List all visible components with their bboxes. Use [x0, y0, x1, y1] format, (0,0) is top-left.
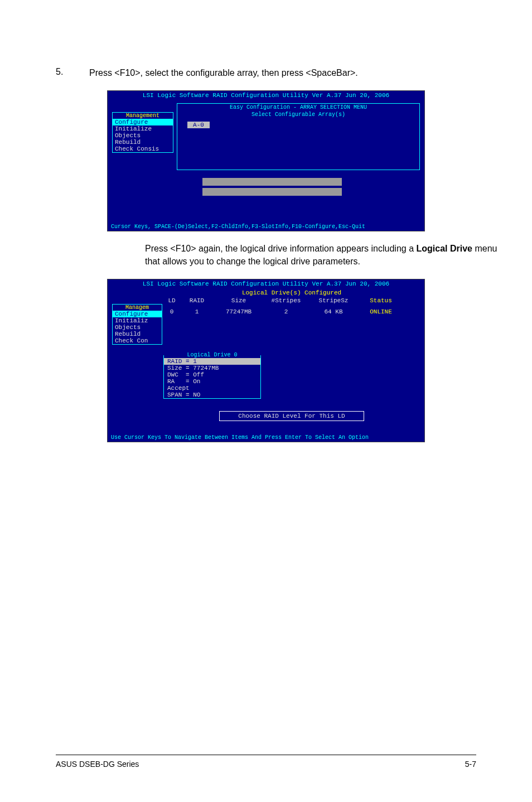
gray-bar — [202, 188, 342, 196]
prompt-message: Choose RAID Level For This LD — [219, 411, 364, 421]
gray-bar — [202, 178, 342, 186]
col-header-ld: LD — [163, 297, 180, 304]
ld-menu-title: Logical Drive 0 — [164, 352, 260, 358]
menu-item-initialize[interactable]: Initializ — [113, 317, 162, 324]
logical-drive-menu: Logical Drive 0 RAID = 1 Size = 77247MB … — [163, 355, 261, 399]
col-header-raid: RAID — [180, 297, 214, 304]
cell-ld: 0 — [163, 308, 180, 315]
array-selection-subtitle: Select Configurable Array(s) — [177, 111, 419, 118]
cell-stripesz: 64 KB — [308, 308, 359, 315]
step-number: 5. — [56, 67, 89, 79]
cell-stripes: 2 — [264, 308, 308, 315]
body-text-bold: Logical Drive — [417, 244, 472, 253]
screenshot-footer: Cursor Keys, SPACE-(De)Select,F2-ChldInf… — [108, 223, 424, 231]
management-menu: Managem Configure Initializ Objects Rebu… — [112, 304, 162, 345]
ld-param-raid[interactable]: RAID = 1 — [164, 358, 260, 365]
menu-item-check-consis[interactable]: Check Consis — [113, 146, 173, 152]
body-paragraph: Press <F10> again, the logical drive inf… — [145, 243, 502, 268]
ld-param-ra[interactable]: RA = On — [164, 378, 260, 385]
gray-bars — [202, 178, 342, 198]
screenshot-array-selection: LSI Logic Software RAID Configuration Ut… — [107, 90, 425, 231]
array-selection-title: Easy Configuration - ARRAY SELECTION MEN… — [177, 104, 419, 111]
raid-util-titlebar: LSI Logic Software RAID Configuration Ut… — [108, 91, 424, 100]
raid-util-titlebar: LSI Logic Software RAID Configuration Ut… — [108, 279, 424, 288]
menu-item-check-con[interactable]: Check Con — [113, 337, 162, 344]
body-text-part1: Press <F10> again, the logical drive inf… — [145, 244, 417, 253]
col-header-stripes: #Stripes — [264, 297, 308, 304]
menu-item-rebuild[interactable]: Rebuild — [113, 139, 173, 146]
step-instruction: Press <F10>, select the configurable arr… — [89, 67, 476, 79]
array-selection-box: Easy Configuration - ARRAY SELECTION MEN… — [177, 103, 420, 170]
footer-left: ASUS DSEB-DG Series — [56, 760, 139, 769]
col-header-size: Size — [214, 297, 264, 304]
menu-item-objects[interactable]: Objects — [113, 132, 173, 139]
col-header-status: Status — [359, 297, 403, 304]
management-menu: Management Configure Initialize Objects … — [112, 112, 173, 153]
ld-param-size[interactable]: Size = 77247MB — [164, 365, 260, 371]
ld-table-data-row: 0 1 77247MB 2 64 KB ONLINE — [163, 308, 420, 315]
footer-right: 5-7 — [465, 760, 476, 769]
menu-item-objects[interactable]: Objects — [113, 324, 162, 331]
menu-item-initialize[interactable]: Initialize — [113, 125, 173, 132]
menu-title: Managem — [113, 305, 162, 311]
ld-param-span[interactable]: SPAN = NO — [164, 392, 260, 398]
menu-title: Management — [113, 113, 173, 119]
array-cell-a0[interactable]: A-0 — [187, 122, 210, 128]
cell-size: 77247MB — [214, 308, 264, 315]
screenshot-logical-drive: LSI Logic Software RAID Configuration Ut… — [107, 279, 425, 442]
ld-param-accept[interactable]: Accept — [164, 385, 260, 392]
menu-item-configure[interactable]: Configure — [113, 311, 162, 317]
ld-param-dwc[interactable]: DWC = Off — [164, 371, 260, 378]
screenshot-footer: Use Cursor Keys To Navigate Between Item… — [108, 433, 424, 442]
menu-item-rebuild[interactable]: Rebuild — [113, 331, 162, 337]
cell-raid: 1 — [180, 308, 214, 315]
page-footer: ASUS DSEB-DG Series 5-7 — [56, 755, 476, 769]
cell-status: ONLINE — [359, 308, 403, 315]
ld-table-title: Logical Drive(s) Configured — [163, 289, 420, 296]
col-header-stripesz: StripeSz — [308, 297, 359, 304]
menu-item-configure[interactable]: Configure — [113, 119, 173, 125]
ld-table-header-row: LD RAID Size #Stripes StripeSz Status — [163, 297, 420, 304]
